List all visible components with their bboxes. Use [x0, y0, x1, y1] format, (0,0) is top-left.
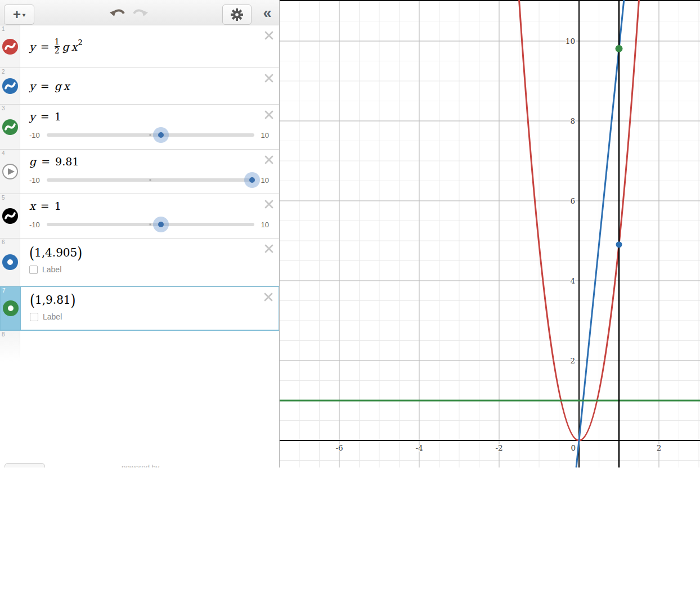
- axis-tick-label: 10: [566, 37, 575, 46]
- curve-visibility-icon[interactable]: [2, 119, 19, 136]
- expression-index: 1: [2, 26, 5, 32]
- slider-max-label[interactable]: 10: [261, 176, 269, 185]
- expression-content-7[interactable]: ( 1,9.81 ) Label: [21, 287, 279, 330]
- delete-expression-button[interactable]: [264, 31, 274, 41]
- graph-point[interactable]: [616, 45, 623, 52]
- expression-gutter-1[interactable]: 1: [0, 25, 20, 68]
- graph-point[interactable]: [616, 241, 622, 248]
- curve-visibility-icon[interactable]: [2, 78, 19, 95]
- graph-paper[interactable]: -6-4-202246810: [280, 0, 700, 467]
- expression-gutter-5[interactable]: 5: [0, 194, 20, 238]
- expression-index: 7: [2, 287, 6, 294]
- expression-content-5[interactable]: x = 1 -10 10: [20, 194, 279, 238]
- close-icon: [264, 293, 273, 302]
- slider-track[interactable]: [47, 128, 254, 142]
- keyboard-toggle-button[interactable]: [5, 463, 45, 467]
- gear-icon: [231, 8, 243, 21]
- close-icon: [264, 155, 273, 164]
- expression-index: 5: [2, 195, 5, 201]
- expression-row-3: 3 y = 1 -10 10: [0, 105, 279, 150]
- axis-tick-label: -2: [495, 443, 502, 452]
- expression-latex: g = 9.81: [29, 155, 270, 168]
- expression-latex: y = g x: [29, 80, 270, 92]
- delete-expression-button[interactable]: [264, 110, 274, 120]
- slider-handle[interactable]: [244, 172, 260, 188]
- delete-expression-button[interactable]: [264, 74, 274, 84]
- delete-expression-button[interactable]: [264, 244, 274, 254]
- slider: -10 10: [29, 128, 270, 142]
- expression-index: 3: [2, 105, 5, 111]
- slider-min-label[interactable]: -10: [29, 131, 40, 140]
- delete-expression-button[interactable]: [263, 293, 273, 303]
- slider-min-label[interactable]: -10: [29, 176, 40, 185]
- desmos-app: -6-4-202246810 +▾: [0, 0, 700, 467]
- delete-expression-button[interactable]: [264, 155, 274, 165]
- slider-min-label[interactable]: -10: [29, 221, 40, 229]
- axis-tick-label: 6: [570, 196, 575, 205]
- expression-latex: ( 1,4.905 ): [29, 245, 270, 260]
- expression-content-1[interactable]: y = 1 2 g x 2: [20, 25, 279, 68]
- point-visibility-icon[interactable]: [2, 300, 19, 317]
- close-icon: [264, 74, 273, 83]
- chevron-down-icon: ▾: [23, 12, 25, 18]
- curve-visibility-icon[interactable]: [2, 38, 19, 55]
- expression-row-6: 6 ( 1,4.905 ) Label: [0, 239, 279, 286]
- expression-list-panel: +▾: [0, 0, 280, 467]
- close-icon: [264, 31, 273, 40]
- expression-gutter-2[interactable]: 2: [0, 68, 20, 104]
- label-checkbox[interactable]: [30, 313, 38, 321]
- slider: -10 10: [29, 217, 270, 232]
- collapse-panel-button[interactable]: «: [257, 2, 278, 24]
- expression-index: 8: [2, 331, 5, 338]
- fraction: 1 2: [55, 38, 60, 55]
- expression-content-8[interactable]: [20, 331, 279, 362]
- expression-gutter-6[interactable]: 6: [0, 239, 20, 286]
- redo-icon[interactable]: [131, 6, 150, 20]
- expression-content-3[interactable]: y = 1 -10 10: [20, 105, 279, 149]
- undo-icon[interactable]: [108, 6, 127, 20]
- expression-latex: ( 1,9.81 ): [30, 293, 270, 307]
- expression-row-8-empty[interactable]: 8: [0, 331, 279, 362]
- slider-handle[interactable]: [153, 127, 169, 143]
- expression-row-1: 1 y = 1 2 g x 2: [0, 25, 279, 68]
- close-icon: [264, 244, 273, 253]
- slider-handle[interactable]: [153, 217, 169, 232]
- expression-row-7-selected: 7 ( 1,9.81 ) Label: [0, 286, 279, 331]
- curve-visibility-icon[interactable]: [2, 208, 19, 224]
- expression-gutter-8: 8: [0, 331, 20, 362]
- expression-index: 4: [2, 150, 5, 156]
- axis-tick-label: -4: [415, 443, 423, 452]
- expression-row-2: 2 y = g x: [0, 68, 279, 105]
- label-checkbox[interactable]: [29, 266, 38, 274]
- point-visibility-icon[interactable]: [2, 254, 19, 271]
- expression-latex: y = 1: [29, 110, 270, 123]
- slider-track[interactable]: [47, 173, 254, 187]
- slider-zero-tick: [150, 134, 151, 136]
- expression-gutter-4[interactable]: 4: [0, 150, 20, 194]
- expression-index: 6: [2, 239, 5, 245]
- axis-tick-label: 2: [570, 356, 575, 365]
- slider-max-label[interactable]: 10: [261, 131, 269, 140]
- expression-latex: y = 1 2 g x 2: [29, 38, 270, 55]
- powered-by-text: powered by: [122, 463, 159, 467]
- delete-expression-button[interactable]: [264, 200, 274, 210]
- expression-row-5: 5 x = 1 -10 10: [0, 194, 279, 239]
- slider-zero-tick: [150, 179, 151, 181]
- slider-max-label[interactable]: 10: [261, 221, 269, 229]
- graph-canvas[interactable]: -6-4-202246810: [280, 0, 700, 467]
- expression-content-6[interactable]: ( 1,4.905 ) Label: [20, 239, 279, 286]
- curve-line[interactable]: [576, 0, 624, 467]
- expression-gutter-7[interactable]: 7: [1, 287, 21, 330]
- close-icon: [264, 110, 273, 119]
- expression-content-2[interactable]: y = g x: [20, 68, 279, 104]
- axis-tick-label: 4: [570, 276, 575, 285]
- slider-track[interactable]: [47, 217, 254, 232]
- axis-tick-label: 8: [570, 116, 575, 125]
- expression-row-4: 4 g = 9.81 -10 10: [0, 150, 279, 194]
- play-slider-icon[interactable]: [1, 163, 19, 181]
- graph-settings-button[interactable]: [222, 5, 252, 25]
- expression-content-4[interactable]: g = 9.81 -10 10: [20, 150, 279, 194]
- add-expression-button[interactable]: +▾: [4, 5, 34, 25]
- expression-gutter-3[interactable]: 3: [0, 105, 20, 149]
- plus-icon: +: [13, 7, 21, 23]
